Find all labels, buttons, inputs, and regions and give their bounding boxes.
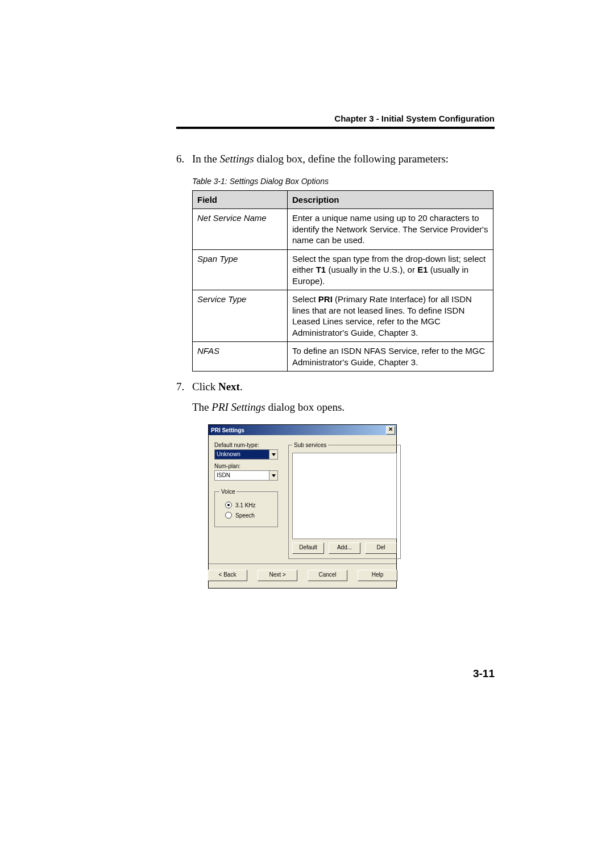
d2-b1: PRI bbox=[318, 294, 333, 304]
radio-icon bbox=[225, 502, 232, 508]
th-description: Description bbox=[288, 190, 493, 209]
step-6: 6. In the Settings dialog box, define th… bbox=[176, 152, 495, 166]
voice-radio-speech[interactable]: Speech bbox=[225, 512, 273, 519]
num-plan-combo[interactable]: ISDN bbox=[214, 470, 278, 481]
back-button[interactable]: < Back bbox=[208, 570, 247, 581]
del-button[interactable]: Del bbox=[365, 542, 397, 554]
table-row: Net Service Name Enter a unique name usi… bbox=[193, 209, 493, 250]
default-num-type-label: Default num-type: bbox=[214, 442, 278, 448]
step-7: 7. Click Next. bbox=[176, 379, 495, 394]
voice-opt2-label: Speech bbox=[235, 512, 255, 519]
page-number: 3-11 bbox=[473, 667, 495, 680]
default-button[interactable]: Default bbox=[292, 542, 324, 554]
dialog-titlebar: PRI Settings ✕ bbox=[209, 425, 396, 435]
step6-pre: In the bbox=[192, 153, 220, 165]
header-rule bbox=[176, 127, 495, 129]
default-num-type-value: Unknown bbox=[215, 450, 269, 459]
settings-options-table: Field Description Net Service Name Enter… bbox=[192, 190, 493, 372]
next-button[interactable]: Next > bbox=[258, 570, 297, 581]
chapter-header: Chapter 3 - Initial System Configuration bbox=[176, 114, 495, 123]
d2-pre: Select bbox=[292, 294, 318, 304]
voice-radio-31khz[interactable]: 3.1 KHz bbox=[225, 502, 273, 508]
cell-desc: To define an ISDN NFAS Service, refer to… bbox=[288, 342, 493, 372]
voice-opt1-label: 3.1 KHz bbox=[235, 502, 256, 508]
step7-line2: The PRI Settings dialog box opens. bbox=[192, 400, 495, 415]
table-row: NFAS To define an ISDN NFAS Service, ref… bbox=[193, 342, 493, 372]
step-text: In the Settings dialog box, define the f… bbox=[192, 152, 495, 166]
cancel-button[interactable]: Cancel bbox=[308, 570, 347, 581]
cell-field: NFAS bbox=[193, 342, 288, 372]
chevron-down-icon[interactable] bbox=[269, 450, 277, 459]
help-button[interactable]: Help bbox=[358, 570, 397, 581]
sub-services-label: Sub services bbox=[292, 442, 328, 448]
step7-click: Click bbox=[192, 381, 218, 393]
radio-icon bbox=[225, 512, 232, 519]
table-row: Service Type Select PRI (Primary Rate In… bbox=[193, 290, 493, 342]
step7-next-word: Next bbox=[218, 381, 240, 393]
dialog-title: PRI Settings bbox=[211, 427, 386, 433]
step7-line2-post: dialog box opens. bbox=[265, 401, 345, 413]
sub-services-list[interactable] bbox=[292, 453, 397, 539]
close-button[interactable]: ✕ bbox=[386, 426, 395, 435]
step-number: 7. bbox=[176, 379, 192, 394]
d1-b2: E1 bbox=[417, 265, 428, 274]
cell-field: Span Type bbox=[193, 249, 288, 290]
table-row: Span Type Select the span type from the … bbox=[193, 249, 493, 290]
step-text: Click Next. bbox=[192, 379, 495, 394]
d1-mid1: (usually in the U.S.), or bbox=[326, 265, 417, 274]
pri-settings-dialog: PRI Settings ✕ Default num-type: Unknown… bbox=[208, 424, 397, 589]
step6-settings-word: Settings bbox=[220, 153, 254, 165]
step6-post: dialog box, define the following paramet… bbox=[254, 153, 449, 165]
step7-line2-pre: The bbox=[192, 401, 211, 413]
th-field: Field bbox=[193, 190, 288, 209]
d1-b1: T1 bbox=[316, 265, 326, 274]
table-caption: Table 3-1: Settings Dialog Box Options bbox=[192, 177, 495, 186]
cell-field: Net Service Name bbox=[193, 209, 288, 250]
sub-services-group: Sub services Default Add... Del bbox=[288, 442, 401, 559]
voice-group-label: Voice bbox=[219, 489, 237, 495]
step7-line2-ital: PRI Settings bbox=[211, 401, 265, 413]
default-num-type-combo[interactable]: Unknown bbox=[214, 449, 278, 460]
dialog-body: Default num-type: Unknown Num-plan: ISDN… bbox=[209, 435, 396, 564]
num-plan-value: ISDN bbox=[215, 471, 269, 480]
cell-desc: Enter a unique name using up to 20 chara… bbox=[288, 209, 493, 250]
add-button[interactable]: Add... bbox=[329, 542, 360, 554]
cell-field: Service Type bbox=[193, 290, 288, 342]
cell-desc: Select PRI (Primary Rate Interface) for … bbox=[288, 290, 493, 342]
step7-period: . bbox=[240, 381, 243, 393]
num-plan-label: Num-plan: bbox=[214, 463, 278, 469]
step-number: 6. bbox=[176, 152, 192, 166]
voice-group: Voice 3.1 KHz Speech bbox=[214, 489, 278, 527]
cell-desc: Select the span type from the drop-down … bbox=[288, 249, 493, 290]
dialog-footer: < Back Next > Cancel Help bbox=[209, 564, 396, 588]
chevron-down-icon[interactable] bbox=[269, 471, 277, 480]
